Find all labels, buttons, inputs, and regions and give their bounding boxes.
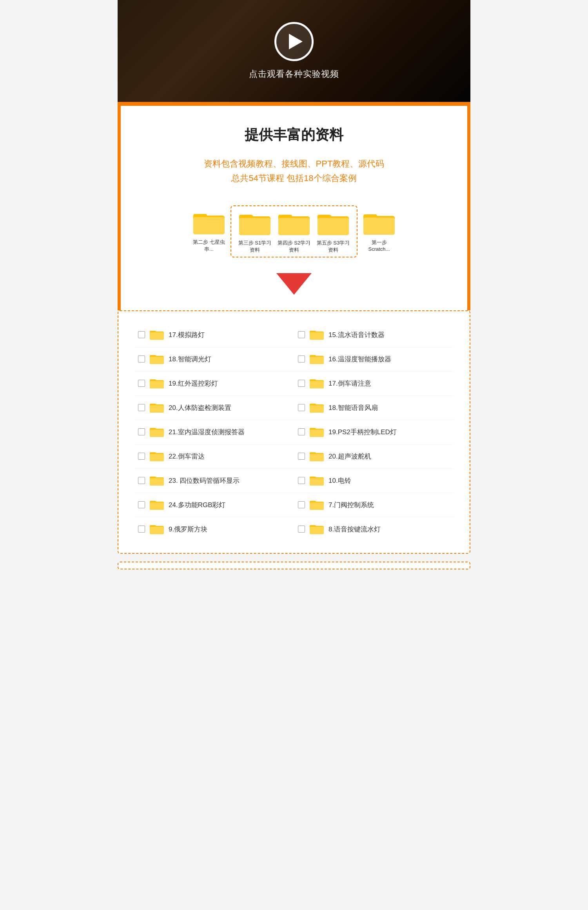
file-checkbox-right-6[interactable] (298, 477, 305, 484)
file-folder-icon-right-1 (310, 353, 324, 365)
file-name-left-7: 24.多功能RGB彩灯 (169, 500, 225, 509)
file-item-right-3[interactable]: 18.智能语音风扇 (294, 396, 454, 420)
video-section: 点击观看各种实验视频 (118, 0, 470, 102)
arrow-down-icon (276, 273, 312, 295)
folder-item-group-2[interactable]: 第五步 S3学习资料 (316, 211, 351, 254)
file-item-right-4[interactable]: 19.PS2手柄控制LED灯 (294, 420, 454, 444)
folder-icon-left (193, 210, 225, 236)
file-checkbox-right-8[interactable] (298, 526, 305, 533)
file-checkbox-right-5[interactable] (298, 453, 305, 460)
file-item-left-3[interactable]: 20.人体防盗检测装置 (134, 396, 294, 420)
file-name-left-6: 23. 四位数码管循环显示 (169, 476, 240, 485)
file-name-right-7: 7.门阀控制系统 (328, 500, 374, 509)
file-folder-icon-right-8 (310, 524, 324, 535)
orange-divider-bar (118, 102, 470, 106)
svg-rect-65 (310, 502, 324, 510)
file-checkbox-left-1[interactable] (138, 355, 145, 363)
file-folder-icon-left-3 (150, 402, 164, 413)
folder-group-box: 第三步 S1学习资料 第四步 S2学习资料 (230, 205, 358, 257)
file-checkbox-left-3[interactable] (138, 404, 145, 411)
file-name-left-2: 19.红外遥控彩灯 (169, 379, 218, 388)
file-checkbox-left-7[interactable] (138, 501, 145, 508)
file-name-right-1: 16.温湿度智能播放器 (328, 355, 391, 364)
file-item-left-6[interactable]: 23. 四位数码管循环显示 (134, 469, 294, 493)
arrow-down-wrapper (136, 273, 452, 295)
folder-label-left: 第二步 七星虫串... (191, 239, 227, 253)
file-item-right-1[interactable]: 16.温湿度智能播放器 (294, 347, 454, 372)
file-checkbox-left-2[interactable] (138, 380, 145, 387)
file-item-left-8[interactable]: 9.俄罗斯方块 (134, 517, 294, 541)
file-name-right-4: 19.PS2手柄控制LED灯 (328, 428, 397, 437)
play-button-area[interactable]: 点击观看各种实验视频 (249, 22, 339, 80)
folders-row: 第二步 七星虫串... 第三步 S1学习资料 (136, 205, 452, 257)
play-circle-button[interactable] (274, 22, 314, 61)
file-folder-icon-right-6 (310, 475, 324, 486)
files-left-column: 17.模拟路灯 18.智能调光灯 (134, 323, 294, 541)
file-name-right-6: 10.电铃 (328, 476, 351, 485)
file-name-right-0: 15.流水语音计数器 (328, 330, 385, 339)
svg-rect-50 (310, 381, 324, 388)
subtitle-line1: 资料包含视频教程、接线图、PPT教程、源代码 (136, 156, 452, 171)
svg-rect-47 (310, 357, 324, 364)
file-checkbox-right-7[interactable] (298, 501, 305, 508)
svg-rect-62 (310, 478, 324, 486)
file-checkbox-right-4[interactable] (298, 428, 305, 435)
folder-label-group-1: 第四步 S2学习资料 (276, 239, 312, 254)
file-checkbox-left-8[interactable] (138, 526, 145, 533)
file-checkbox-right-0[interactable] (298, 331, 305, 338)
subtitle-line2: 总共54节课程 包括18个综合案例 (136, 171, 452, 185)
folder-label-right: 第一步 Scratch... (361, 239, 397, 252)
file-name-left-8: 9.俄罗斯方块 (169, 525, 207, 534)
folder-item-group-1[interactable]: 第四步 S2学习资料 (276, 211, 312, 254)
folder-item-right-standalone[interactable]: 第一步 Scratch... (361, 210, 397, 252)
file-checkbox-left-4[interactable] (138, 428, 145, 435)
file-checkbox-left-0[interactable] (138, 331, 145, 338)
file-folder-icon-right-2 (310, 378, 324, 389)
bottom-dashed-border (118, 562, 470, 569)
folder-item-left-standalone[interactable]: 第二步 七星虫串... (191, 210, 227, 253)
file-item-left-5[interactable]: 22.倒车雷达 (134, 444, 294, 469)
file-folder-icon-right-4 (310, 426, 324, 438)
video-caption: 点击观看各种实验视频 (249, 68, 339, 80)
file-item-right-7[interactable]: 7.门阀控制系统 (294, 493, 454, 517)
folder-icon-right (363, 210, 395, 236)
file-item-right-0[interactable]: 15.流水语音计数器 (294, 323, 454, 347)
file-checkbox-left-6[interactable] (138, 477, 145, 484)
file-name-right-8: 8.语音按键流水灯 (328, 525, 381, 534)
file-checkbox-right-1[interactable] (298, 355, 305, 363)
file-folder-icon-left-8 (150, 524, 164, 535)
file-folder-icon-right-5 (310, 451, 324, 462)
svg-rect-11 (318, 218, 349, 235)
folder-icon-group-1 (278, 211, 310, 236)
file-folder-icon-left-6 (150, 475, 164, 486)
file-item-right-5[interactable]: 20.超声波舵机 (294, 444, 454, 469)
svg-rect-2 (193, 217, 225, 234)
folder-icon-group-0 (239, 211, 270, 236)
file-name-left-4: 21.室内温湿度侦测报答器 (169, 428, 245, 437)
file-checkbox-right-2[interactable] (298, 380, 305, 387)
svg-rect-17 (150, 332, 164, 340)
svg-rect-5 (239, 218, 270, 235)
file-folder-icon-left-7 (150, 499, 164, 511)
materials-section: 提供丰富的资料 资料包含视频教程、接线图、PPT教程、源代码 总共54节课程 包… (118, 106, 470, 310)
file-item-right-8[interactable]: 8.语音按键流水灯 (294, 517, 454, 541)
svg-rect-20 (150, 357, 164, 364)
file-item-left-4[interactable]: 21.室内温湿度侦测报答器 (134, 420, 294, 444)
svg-rect-32 (150, 454, 164, 461)
file-folder-icon-left-0 (150, 329, 164, 341)
file-item-left-2[interactable]: 19.红外遥控彩灯 (134, 372, 294, 396)
file-folder-icon-left-1 (150, 353, 164, 365)
file-folder-icon-left-2 (150, 378, 164, 389)
file-item-left-0[interactable]: 17.模拟路灯 (134, 323, 294, 347)
folder-item-group-0[interactable]: 第三步 S1学习资料 (237, 211, 272, 254)
file-item-right-6[interactable]: 10.电铃 (294, 469, 454, 493)
svg-rect-68 (310, 527, 324, 534)
file-item-left-7[interactable]: 24.多功能RGB彩灯 (134, 493, 294, 517)
svg-rect-53 (310, 405, 324, 413)
svg-rect-14 (363, 218, 395, 235)
svg-rect-44 (310, 332, 324, 340)
file-item-left-1[interactable]: 18.智能调光灯 (134, 347, 294, 372)
file-checkbox-left-5[interactable] (138, 453, 145, 460)
file-item-right-2[interactable]: 17.倒车请注意 (294, 372, 454, 396)
file-checkbox-right-3[interactable] (298, 404, 305, 411)
